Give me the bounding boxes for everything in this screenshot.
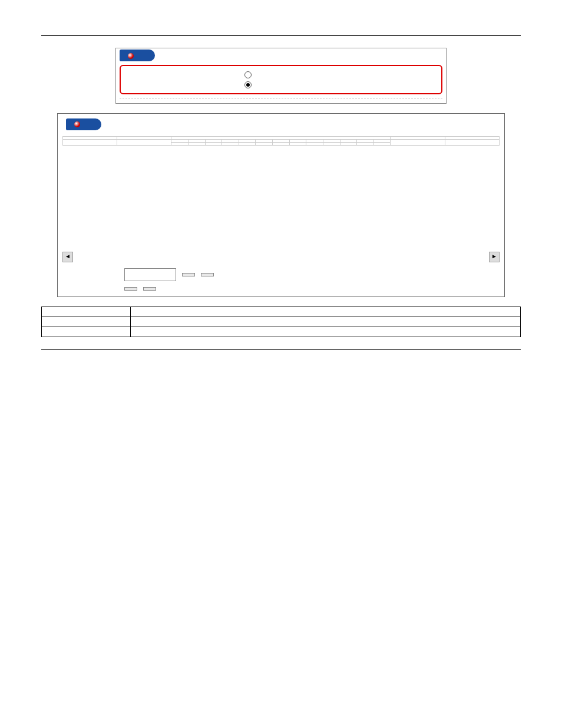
previous-page-button[interactable] bbox=[124, 287, 137, 291]
cell-port bbox=[205, 142, 222, 145]
tab-dot-icon bbox=[128, 53, 134, 59]
next-page-button[interactable] bbox=[143, 287, 156, 291]
desc-header-row bbox=[42, 307, 521, 317]
figure-1-container bbox=[115, 48, 447, 104]
poll-interval-input[interactable] bbox=[124, 268, 176, 281]
cell-port bbox=[189, 142, 206, 145]
cell-status bbox=[445, 139, 499, 145]
cell-port bbox=[273, 142, 290, 145]
cell-port bbox=[222, 142, 239, 145]
table-row bbox=[42, 317, 521, 327]
page-footer bbox=[41, 349, 521, 352]
figure-2-container: ◄ ► bbox=[57, 113, 505, 297]
table-row bbox=[42, 327, 521, 337]
cell-port bbox=[306, 142, 323, 145]
cell-elapsed bbox=[391, 139, 445, 145]
cell-port bbox=[256, 142, 273, 145]
vlan-status-table bbox=[62, 136, 500, 146]
th-label bbox=[42, 307, 131, 317]
desc-label bbox=[42, 327, 131, 337]
page-controls bbox=[62, 287, 500, 291]
scrollbar-row: ◄ ► bbox=[62, 252, 500, 262]
cell-port bbox=[340, 142, 357, 145]
cell-vid bbox=[117, 139, 171, 145]
stop-button[interactable] bbox=[201, 273, 214, 276]
radio-icon bbox=[244, 71, 252, 78]
fig1-tab[interactable] bbox=[120, 50, 155, 61]
description-table bbox=[41, 307, 521, 337]
cell-port bbox=[323, 142, 340, 145]
fig1-gray-row bbox=[120, 98, 442, 103]
radio-icon-checked bbox=[244, 81, 252, 88]
cell-port bbox=[357, 142, 374, 145]
cell-port bbox=[373, 142, 391, 145]
cell-index bbox=[63, 139, 117, 145]
cell-port bbox=[171, 142, 189, 145]
poll-controls bbox=[62, 268, 500, 281]
desc-text bbox=[131, 327, 521, 337]
desc-text bbox=[131, 317, 521, 327]
cell-port bbox=[239, 142, 256, 145]
fig1-tabbar bbox=[116, 48, 446, 62]
scroll-right-icon[interactable]: ► bbox=[489, 252, 500, 262]
set-interval-button[interactable] bbox=[182, 273, 195, 276]
cell-port bbox=[289, 142, 306, 145]
th-description bbox=[131, 307, 521, 317]
desc-label bbox=[42, 317, 131, 327]
scroll-left-icon[interactable]: ◄ bbox=[62, 252, 73, 262]
tab-dot-icon bbox=[74, 121, 80, 127]
header-rule bbox=[41, 35, 521, 36]
fig1-highlight-box bbox=[120, 65, 442, 94]
fig2-tab[interactable] bbox=[66, 118, 101, 130]
radio-portbased[interactable] bbox=[244, 80, 254, 90]
radio-8021q[interactable] bbox=[244, 70, 254, 80]
